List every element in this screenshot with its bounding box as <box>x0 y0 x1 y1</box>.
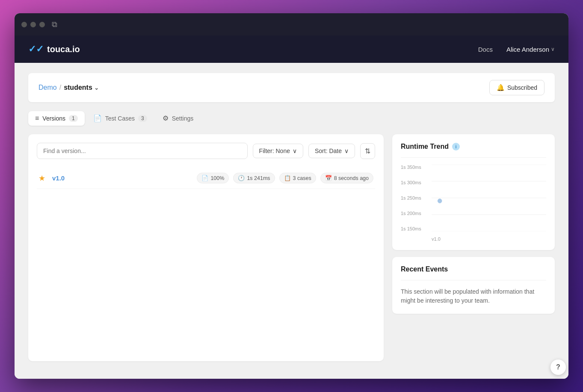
breadcrumb-demo-link[interactable]: Demo <box>38 84 57 91</box>
user-name: Alice Anderson <box>506 46 549 53</box>
test-cases-tab-icon: 📄 <box>93 114 102 122</box>
main-content: Demo / students ⌄ 🔔 Subscribed ≡ Version… <box>15 63 568 379</box>
search-row: Filter: None ∨ Sort: Date ∨ ⇅ <box>37 143 375 159</box>
right-panel: Runtime Trend i 1s 350ms 1s 300ms 1s 250… <box>392 134 555 361</box>
help-button[interactable]: ? <box>550 360 566 375</box>
tabs-bar: ≡ Versions 1 📄 Test Cases 3 ⚙ Settings <box>28 111 555 126</box>
runtime-chip: 🕐 1s 241ms <box>233 173 275 183</box>
sort-button[interactable]: Sort: Date ∨ <box>308 144 355 158</box>
settings-tab-label: Settings <box>172 115 194 122</box>
breadcrumb-bar: Demo / students ⌄ 🔔 Subscribed <box>28 73 555 102</box>
y-label-0: 1s 350ms <box>401 165 421 170</box>
runtime-trend-title-text: Runtime Trend <box>401 143 449 150</box>
breadcrumb-chevron-icon[interactable]: ⌄ <box>94 85 99 91</box>
test-cases-tab-badge: 3 <box>138 115 147 122</box>
chart-svg-container <box>432 165 546 231</box>
logo[interactable]: ✓✓ touca.io <box>28 44 80 55</box>
breadcrumb-separator: / <box>59 84 61 91</box>
time-chip: 📅 8 seconds ago <box>320 173 373 183</box>
user-menu[interactable]: Alice Anderson ∨ <box>506 46 555 53</box>
nav-right: Docs Alice Anderson ∨ <box>478 46 555 53</box>
titlebar: ⧉ <box>15 13 568 35</box>
breadcrumb: Demo / students ⌄ <box>38 84 99 91</box>
runtime-trend-card: Runtime Trend i 1s 350ms 1s 300ms 1s 250… <box>392 134 555 250</box>
versions-panel: Filter: None ∨ Sort: Date ∨ ⇅ ★ v1.0 <box>28 134 384 361</box>
events-divider <box>401 280 546 280</box>
tab-versions[interactable]: ≡ Versions 1 <box>28 111 85 126</box>
pct-value: 100% <box>210 175 224 181</box>
sort-order-button[interactable]: ⇅ <box>360 143 375 159</box>
chart-y-labels: 1s 350ms 1s 300ms 1s 250ms 1s 200ms 1s 1… <box>401 165 421 231</box>
recent-events-card: Recent Events This section will be popul… <box>392 257 555 314</box>
time-icon: 📅 <box>325 175 332 181</box>
traffic-lights <box>21 22 45 27</box>
svg-point-5 <box>438 199 442 203</box>
cases-value: 3 cases <box>293 175 311 181</box>
filter-label: Filter: None <box>259 147 290 154</box>
user-chevron-icon: ∨ <box>551 46 555 52</box>
sort-order-icon: ⇅ <box>365 147 370 155</box>
version-meta: 📄 100% 🕐 1s 241ms 📋 3 cases 📅 <box>197 173 373 183</box>
version-row: ★ v1.0 📄 100% 🕐 1s 241ms 📋 <box>37 168 375 189</box>
close-button[interactable] <box>21 22 27 27</box>
filter-button[interactable]: Filter: None ∨ <box>253 144 303 158</box>
time-value: 8 seconds ago <box>334 175 369 181</box>
content-grid: Filter: None ∨ Sort: Date ∨ ⇅ ★ v1.0 <box>28 134 555 361</box>
cases-chip: 📋 3 cases <box>279 173 316 183</box>
logo-icon: ✓✓ <box>28 44 44 55</box>
sort-label: Sort: Date <box>315 147 342 154</box>
tab-settings[interactable]: ⚙ Settings <box>156 111 201 126</box>
divider <box>401 157 546 158</box>
version-name[interactable]: v1.0 <box>52 174 78 182</box>
y-label-1: 1s 300ms <box>401 180 421 185</box>
subscribed-label: Subscribed <box>507 84 537 91</box>
subscribed-button[interactable]: 🔔 Subscribed <box>489 80 545 95</box>
star-icon[interactable]: ★ <box>38 174 45 183</box>
window-copy-icon: ⧉ <box>52 20 57 29</box>
versions-tab-badge: 1 <box>69 115 78 122</box>
docs-link[interactable]: Docs <box>478 46 493 53</box>
recent-events-title-text: Recent Events <box>401 265 448 273</box>
test-cases-tab-label: Test Cases <box>105 115 135 122</box>
runtime-trend-title: Runtime Trend i <box>401 143 546 150</box>
info-icon[interactable]: i <box>452 143 460 150</box>
recent-events-title: Recent Events <box>401 265 546 273</box>
y-label-4: 1s 150ms <box>401 226 421 231</box>
versions-tab-icon: ≡ <box>35 115 39 122</box>
filter-chevron-icon: ∨ <box>293 147 297 154</box>
y-label-3: 1s 200ms <box>401 211 421 216</box>
bell-icon: 🔔 <box>497 84 505 91</box>
versions-tab-label: Versions <box>42 115 65 122</box>
maximize-button[interactable] <box>39 22 45 27</box>
runtime-value: 1s 241ms <box>247 175 270 181</box>
minimize-button[interactable] <box>30 22 36 27</box>
logo-text: touca.io <box>47 44 80 54</box>
pct-icon: 📄 <box>201 175 208 181</box>
breadcrumb-current: students ⌄ <box>64 84 99 91</box>
y-label-2: 1s 250ms <box>401 195 421 200</box>
settings-tab-icon: ⚙ <box>163 114 169 122</box>
app-window: ⧉ ✓✓ touca.io Docs Alice Anderson ∨ Demo… <box>15 13 568 379</box>
sort-chevron-icon: ∨ <box>344 147 349 154</box>
runtime-icon: 🕐 <box>238 175 245 181</box>
pct-chip: 📄 100% <box>197 173 229 183</box>
chart-area: 1s 350ms 1s 300ms 1s 250ms 1s 200ms 1s 1… <box>401 165 546 242</box>
chart-svg <box>432 165 546 231</box>
help-icon: ? <box>556 363 560 371</box>
tab-test-cases[interactable]: 📄 Test Cases 3 <box>86 111 154 126</box>
x-label-0: v1.0 <box>432 236 441 242</box>
navbar: ✓✓ touca.io Docs Alice Anderson ∨ <box>15 35 568 63</box>
events-body: This section will be populated with info… <box>401 287 546 305</box>
search-input[interactable] <box>37 143 248 159</box>
breadcrumb-current-label: students <box>64 84 92 91</box>
cases-icon: 📋 <box>284 175 291 181</box>
